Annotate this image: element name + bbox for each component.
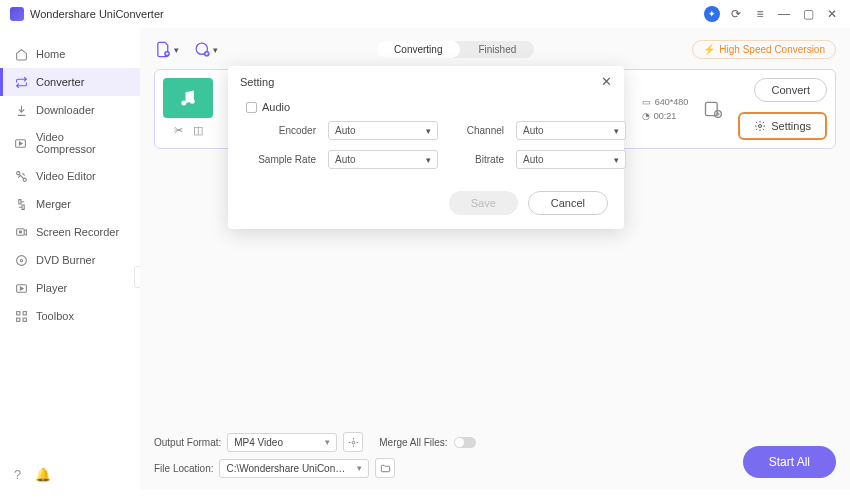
editor-icon xyxy=(14,169,28,183)
sidebar-item-player[interactable]: Player xyxy=(0,274,140,302)
merge-toggle[interactable] xyxy=(454,437,476,448)
resolution-icon: ▭ xyxy=(642,97,651,107)
svg-rect-8 xyxy=(16,311,19,314)
gear-icon xyxy=(754,120,766,132)
sidebar-item-label: DVD Burner xyxy=(36,254,95,266)
cancel-button[interactable]: Cancel xyxy=(528,191,608,215)
dvd-icon xyxy=(14,253,28,267)
sidebar-item-converter[interactable]: Converter xyxy=(0,68,140,96)
svg-rect-11 xyxy=(23,318,26,321)
encoder-select[interactable]: Auto▾ xyxy=(328,121,438,140)
sidebar-item-downloader[interactable]: Downloader xyxy=(0,96,140,124)
chevron-down-icon: ▾ xyxy=(614,126,619,136)
sidebar-item-label: Downloader xyxy=(36,104,95,116)
start-all-button[interactable]: Start All xyxy=(743,446,836,478)
sample-rate-label: Sample Rate xyxy=(246,154,316,165)
add-url-icon xyxy=(193,41,211,59)
download-icon xyxy=(14,103,28,117)
chevron-down-icon: ▾ xyxy=(426,126,431,136)
output-format-select[interactable]: MP4 Video ▾ xyxy=(227,433,337,452)
file-location-value: C:\Wondershare UniConverter xyxy=(226,463,346,474)
sidebar-item-toolbox[interactable]: Toolbox xyxy=(0,302,140,330)
sidebar-item-label: Video Editor xyxy=(36,170,96,182)
bitrate-label: Bitrate xyxy=(450,154,504,165)
svg-rect-10 xyxy=(16,318,19,321)
sidebar: Home Converter Downloader Video Compress… xyxy=(0,28,140,490)
converter-icon xyxy=(14,75,28,89)
svg-point-19 xyxy=(759,125,762,128)
lightning-icon: ⚡ xyxy=(703,44,715,55)
chevron-down-icon: ▾ xyxy=(357,463,362,473)
high-speed-button[interactable]: ⚡ High Speed Conversion xyxy=(692,40,836,59)
recorder-icon xyxy=(14,225,28,239)
sample-rate-select[interactable]: Auto▾ xyxy=(328,150,438,169)
window-controls: ✦ ⟳ ≡ — ▢ ✕ xyxy=(704,6,840,22)
file-location-select[interactable]: C:\Wondershare UniConverter ▾ xyxy=(219,459,369,478)
tab-converting[interactable]: Converting xyxy=(376,41,460,58)
save-button[interactable]: Save xyxy=(449,191,518,215)
sidebar-item-home[interactable]: Home xyxy=(0,40,140,68)
merge-label: Merge All Files: xyxy=(379,437,447,448)
compress-icon xyxy=(14,136,28,150)
add-url-button[interactable]: ▾ xyxy=(193,41,218,59)
sidebar-item-video-compressor[interactable]: Video Compressor xyxy=(0,124,140,162)
maximize-icon[interactable]: ▢ xyxy=(800,6,816,22)
svg-point-20 xyxy=(352,441,355,444)
bitrate-select[interactable]: Auto▾ xyxy=(516,150,626,169)
settings-label: Settings xyxy=(771,120,811,132)
notification-icon[interactable]: 🔔 xyxy=(35,467,51,482)
menu-icon[interactable]: ≡ xyxy=(752,6,768,22)
chevron-down-icon: ▾ xyxy=(325,437,330,447)
channel-select[interactable]: Auto▾ xyxy=(516,121,626,140)
toolbox-icon xyxy=(14,309,28,323)
format-settings-button[interactable] xyxy=(343,432,363,452)
player-icon xyxy=(14,281,28,295)
sidebar-item-dvd-burner[interactable]: DVD Burner xyxy=(0,246,140,274)
audio-section-label: Audio xyxy=(262,101,290,113)
merger-icon xyxy=(14,197,28,211)
home-icon xyxy=(14,47,28,61)
svg-point-5 xyxy=(16,255,26,265)
encoder-label: Encoder xyxy=(246,125,316,136)
file-location-label: File Location: xyxy=(154,463,213,474)
modal-title: Setting xyxy=(240,76,274,88)
tab-finished[interactable]: Finished xyxy=(460,41,534,58)
sidebar-item-label: Toolbox xyxy=(36,310,74,322)
add-file-icon xyxy=(154,41,172,59)
file-thumbnail[interactable] xyxy=(163,78,213,118)
svg-rect-17 xyxy=(706,102,718,115)
output-format-value: MP4 Video xyxy=(234,437,283,448)
chevron-down-icon: ▾ xyxy=(426,155,431,165)
chevron-down-icon: ▾ xyxy=(614,155,619,165)
account-icon[interactable]: ✦ xyxy=(704,6,720,22)
svg-rect-9 xyxy=(23,311,26,314)
sidebar-item-label: Home xyxy=(36,48,65,60)
convert-button[interactable]: Convert xyxy=(754,78,827,102)
file-resolution: 640*480 xyxy=(655,97,689,107)
output-format-label: Output Format: xyxy=(154,437,221,448)
sidebar-item-label: Screen Recorder xyxy=(36,226,119,238)
add-file-button[interactable]: ▾ xyxy=(154,41,179,59)
sidebar-item-video-editor[interactable]: Video Editor xyxy=(0,162,140,190)
help-icon[interactable]: ? xyxy=(14,467,21,482)
sidebar-item-label: Converter xyxy=(36,76,84,88)
svg-point-4 xyxy=(19,230,21,232)
sidebar-item-label: Merger xyxy=(36,198,71,210)
refresh-icon[interactable]: ⟳ xyxy=(728,6,744,22)
close-icon[interactable]: ✕ xyxy=(601,74,612,89)
minimize-icon[interactable]: — xyxy=(776,6,792,22)
audio-checkbox[interactable] xyxy=(246,102,257,113)
crop-icon[interactable]: ◫ xyxy=(193,124,203,137)
trim-icon[interactable]: ✂ xyxy=(174,124,183,137)
open-folder-button[interactable] xyxy=(375,458,395,478)
status-tabs: Converting Finished xyxy=(376,41,534,58)
close-window-icon[interactable]: ✕ xyxy=(824,6,840,22)
settings-modal: Setting ✕ Audio Encoder Auto▾ Channel Au… xyxy=(228,66,624,229)
settings-button[interactable]: Settings xyxy=(738,112,827,140)
sidebar-item-merger[interactable]: Merger xyxy=(0,190,140,218)
sidebar-item-screen-recorder[interactable]: Screen Recorder xyxy=(0,218,140,246)
app-title: Wondershare UniConverter xyxy=(30,8,164,20)
chevron-down-icon: ▾ xyxy=(174,45,179,55)
high-speed-label: High Speed Conversion xyxy=(719,44,825,55)
output-preset-button[interactable] xyxy=(702,98,724,120)
